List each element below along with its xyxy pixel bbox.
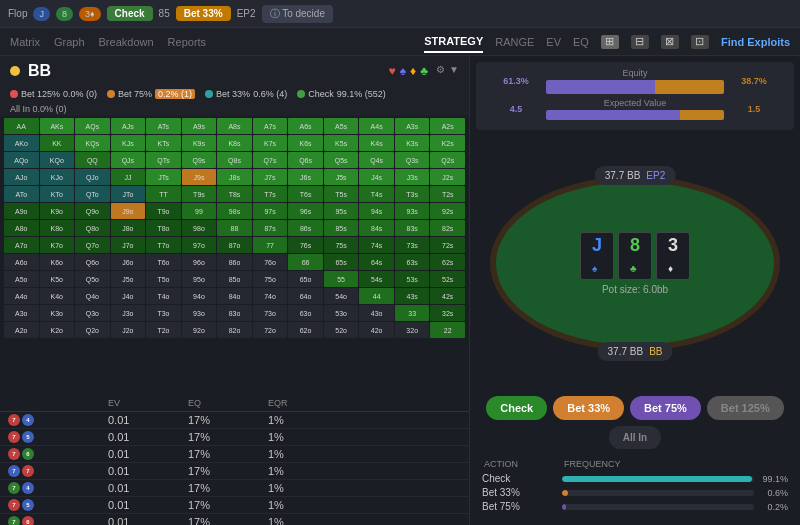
grid-cell-q6s[interactable]: Q6s: [288, 152, 323, 168]
grid-cell-a6o[interactable]: A6o: [4, 254, 39, 270]
grid-cell-kk[interactable]: KK: [40, 135, 75, 151]
grid-cell-j4o[interactable]: J4o: [111, 288, 146, 304]
grid-cell-j7o[interactable]: J7o: [111, 237, 146, 253]
grid-cell-32s[interactable]: 32s: [430, 305, 465, 321]
grid-cell-k5o[interactable]: K5o: [40, 271, 75, 287]
grid-cell-q8s[interactable]: Q8s: [217, 152, 252, 168]
grid-cell-96s[interactable]: 96s: [288, 203, 323, 219]
grid-cell-95s[interactable]: 95s: [324, 203, 359, 219]
grid-cell-a4o[interactable]: A4o: [4, 288, 39, 304]
grid-cell-q4o[interactable]: Q4o: [75, 288, 110, 304]
grid-cell-93o[interactable]: 93o: [182, 305, 217, 321]
grid-cell-54o[interactable]: 54o: [324, 288, 359, 304]
table-row[interactable]: 7 6 0.01 17% 1%: [0, 514, 469, 525]
grid-cell-qjo[interactable]: QJo: [75, 169, 110, 185]
grid-cell-qts[interactable]: QTs: [146, 152, 181, 168]
grid-cell-84o[interactable]: 84o: [217, 288, 252, 304]
table-row[interactable]: 7 5 0.01 17% 1%: [0, 429, 469, 446]
grid-cell-kjs[interactable]: KJs: [111, 135, 146, 151]
grid-cell-k2s[interactable]: K2s: [430, 135, 465, 151]
grid-cell-q8o[interactable]: Q8o: [75, 220, 110, 236]
grid-cell-88[interactable]: 88: [217, 220, 252, 236]
table-row[interactable]: 7 4 0.01 17% 1%: [0, 480, 469, 497]
grid-cell-j4s[interactable]: J4s: [359, 169, 394, 185]
grid-cell-t6o[interactable]: T6o: [146, 254, 181, 270]
grid-cell-kto[interactable]: KTo: [40, 186, 75, 202]
grid-cell-82o[interactable]: 82o: [217, 322, 252, 338]
grid-cell-75o[interactable]: 75o: [253, 271, 288, 287]
grid-cell-j6s[interactable]: J6s: [288, 169, 323, 185]
grid-cell-j9s[interactable]: J9s: [182, 169, 217, 185]
grid-cell-76s[interactable]: 76s: [288, 237, 323, 253]
grid-cell-j7s[interactable]: J7s: [253, 169, 288, 185]
grid-cell-97s[interactable]: 97s: [253, 203, 288, 219]
grid-cell-kts[interactable]: KTs: [146, 135, 181, 151]
grid-cell-82s[interactable]: 82s: [430, 220, 465, 236]
grid-cell-q5o[interactable]: Q5o: [75, 271, 110, 287]
grid-cell-ato[interactable]: ATo: [4, 186, 39, 202]
grid-cell-53s[interactable]: 53s: [395, 271, 430, 287]
bet33-button[interactable]: Bet 33%: [553, 396, 624, 420]
grid-cell-a4s[interactable]: A4s: [359, 118, 394, 134]
grid-cell-t4s[interactable]: T4s: [359, 186, 394, 202]
grid-cell-ajo[interactable]: AJo: [4, 169, 39, 185]
grid-cell-q5s[interactable]: Q5s: [324, 152, 359, 168]
grid-cell-kqo[interactable]: KQo: [40, 152, 75, 168]
grid-cell-t3o[interactable]: T3o: [146, 305, 181, 321]
grid-cell-66[interactable]: 66: [288, 254, 323, 270]
grid-cell-52o[interactable]: 52o: [324, 322, 359, 338]
grid-cell-q2o[interactable]: Q2o: [75, 322, 110, 338]
grid-cell-jj[interactable]: JJ: [111, 169, 146, 185]
grid-cell-74s[interactable]: 74s: [359, 237, 394, 253]
grid-cell-a6s[interactable]: A6s: [288, 118, 323, 134]
grid-cell-q9o[interactable]: Q9o: [75, 203, 110, 219]
list-view-icon[interactable]: ⊟: [631, 35, 649, 49]
grid-cell-a8s[interactable]: A8s: [217, 118, 252, 134]
grid-cell-73o[interactable]: 73o: [253, 305, 288, 321]
grid-cell-63s[interactable]: 63s: [395, 254, 430, 270]
table-row[interactable]: 7 7 0.01 17% 1%: [0, 463, 469, 480]
grid-cell-t7o[interactable]: T7o: [146, 237, 181, 253]
grid-cell-22[interactable]: 22: [430, 322, 465, 338]
grid-cell-65o[interactable]: 65o: [288, 271, 323, 287]
grid-cell-a8o[interactable]: A8o: [4, 220, 39, 236]
grid-cell-a3o[interactable]: A3o: [4, 305, 39, 321]
grid-cell-92o[interactable]: 92o: [182, 322, 217, 338]
grid-cell-q2s[interactable]: Q2s: [430, 152, 465, 168]
grid-cell-83s[interactable]: 83s: [395, 220, 430, 236]
grid-cell-64s[interactable]: 64s: [359, 254, 394, 270]
grid-cell-a3s[interactable]: A3s: [395, 118, 430, 134]
find-exploits-btn[interactable]: Find Exploits: [721, 36, 790, 48]
grid-cell-j2o[interactable]: J2o: [111, 322, 146, 338]
grid-cell-a9o[interactable]: A9o: [4, 203, 39, 219]
grid-cell-43s[interactable]: 43s: [395, 288, 430, 304]
grid-cell-85s[interactable]: 85s: [324, 220, 359, 236]
grid-cell-aks[interactable]: AKs: [40, 118, 75, 134]
tab-matrix[interactable]: Matrix: [10, 32, 40, 52]
grid-cell-aa[interactable]: AA: [4, 118, 39, 134]
grid-cell-jto[interactable]: JTo: [111, 186, 146, 202]
grid-cell-qto[interactable]: QTo: [75, 186, 110, 202]
grid-cell-t2s[interactable]: T2s: [430, 186, 465, 202]
grid-cell-32o[interactable]: 32o: [395, 322, 430, 338]
check-button[interactable]: Check: [486, 396, 547, 420]
grid-cell-t8s[interactable]: T8s: [217, 186, 252, 202]
grid-cell-42s[interactable]: 42s: [430, 288, 465, 304]
bet33-badge[interactable]: Bet 33%: [176, 6, 231, 21]
grid-cell-62o[interactable]: 62o: [288, 322, 323, 338]
grid-cell-75s[interactable]: 75s: [324, 237, 359, 253]
grid-cell-86o[interactable]: 86o: [217, 254, 252, 270]
grid-cell-72s[interactable]: 72s: [430, 237, 465, 253]
grid-cell-t7s[interactable]: T7s: [253, 186, 288, 202]
grid-cell-t5s[interactable]: T5s: [324, 186, 359, 202]
grid-cell-t6s[interactable]: T6s: [288, 186, 323, 202]
grid-cell-kjo[interactable]: KJo: [40, 169, 75, 185]
grid-cell-84s[interactable]: 84s: [359, 220, 394, 236]
grid-cell-kqs[interactable]: KQs: [75, 135, 110, 151]
grid-cell-86s[interactable]: 86s: [288, 220, 323, 236]
grid-cell-k4o[interactable]: K4o: [40, 288, 75, 304]
tab-breakdown[interactable]: Breakdown: [99, 32, 154, 52]
grid-cell-a5s[interactable]: A5s: [324, 118, 359, 134]
grid-cell-96o[interactable]: 96o: [182, 254, 217, 270]
grid-cell-j9o[interactable]: J9o: [111, 203, 146, 219]
